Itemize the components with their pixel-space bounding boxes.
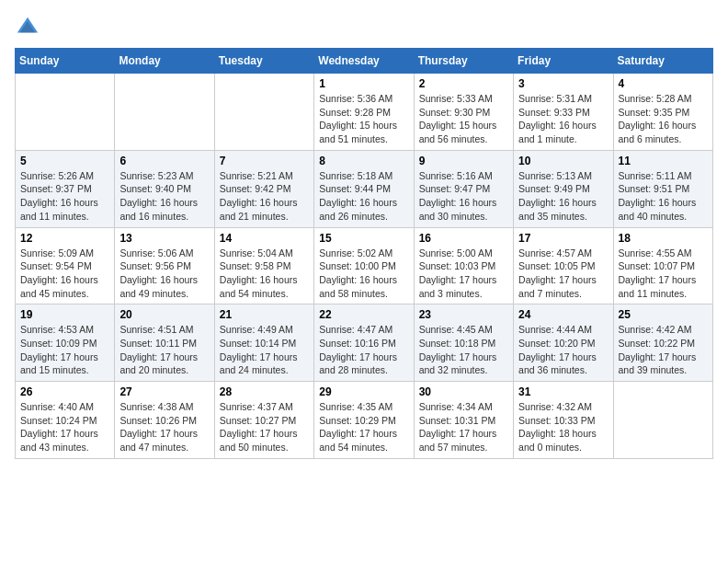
day-number: 10	[518, 155, 608, 167]
calendar-cell: 9Sunrise: 5:16 AM Sunset: 9:47 PM Daylig…	[414, 150, 513, 227]
weekday-header: Wednesday	[314, 49, 414, 74]
day-info: Sunrise: 4:44 AM Sunset: 10:20 PM Daylig…	[518, 323, 608, 377]
day-number: 18	[619, 232, 708, 245]
calendar-cell: 17Sunrise: 4:57 AM Sunset: 10:05 PM Dayl…	[514, 227, 613, 304]
day-info: Sunrise: 4:42 AM Sunset: 10:22 PM Daylig…	[619, 323, 708, 377]
calendar-cell: 11Sunrise: 5:11 AM Sunset: 9:51 PM Dayli…	[613, 150, 712, 227]
calendar-cell: 8Sunrise: 5:18 AM Sunset: 9:44 PM Daylig…	[314, 150, 414, 227]
day-info: Sunrise: 5:09 AM Sunset: 9:54 PM Dayligh…	[20, 247, 109, 301]
calendar-cell	[16, 74, 115, 151]
calendar-cell: 10Sunrise: 5:13 AM Sunset: 9:49 PM Dayli…	[514, 150, 613, 227]
calendar-cell: 24Sunrise: 4:44 AM Sunset: 10:20 PM Dayl…	[514, 304, 613, 382]
day-info: Sunrise: 4:47 AM Sunset: 10:16 PM Daylig…	[319, 323, 408, 377]
day-number: 12	[20, 232, 109, 245]
calendar-cell: 27Sunrise: 4:38 AM Sunset: 10:26 PM Dayl…	[115, 382, 214, 459]
day-number: 16	[419, 232, 508, 245]
day-info: Sunrise: 5:31 AM Sunset: 9:33 PM Dayligh…	[518, 92, 608, 146]
day-number: 22	[319, 308, 408, 321]
calendar-cell: 30Sunrise: 4:34 AM Sunset: 10:31 PM Dayl…	[414, 382, 513, 459]
calendar-cell: 19Sunrise: 4:53 AM Sunset: 10:09 PM Dayl…	[16, 304, 115, 382]
calendar-week-row: 26Sunrise: 4:40 AM Sunset: 10:24 PM Dayl…	[16, 382, 713, 459]
day-number: 23	[419, 308, 508, 321]
day-info: Sunrise: 5:28 AM Sunset: 9:35 PM Dayligh…	[619, 92, 708, 146]
calendar-cell: 25Sunrise: 4:42 AM Sunset: 10:22 PM Dayl…	[613, 304, 712, 382]
day-info: Sunrise: 4:37 AM Sunset: 10:27 PM Daylig…	[220, 400, 309, 454]
day-info: Sunrise: 5:18 AM Sunset: 9:44 PM Dayligh…	[319, 169, 408, 224]
calendar-cell: 7Sunrise: 5:21 AM Sunset: 9:42 PM Daylig…	[214, 150, 313, 227]
day-info: Sunrise: 5:00 AM Sunset: 10:03 PM Daylig…	[419, 247, 508, 301]
calendar-cell: 5Sunrise: 5:26 AM Sunset: 9:37 PM Daylig…	[16, 150, 115, 227]
day-number: 4	[619, 77, 708, 90]
day-info: Sunrise: 5:11 AM Sunset: 9:51 PM Dayligh…	[619, 169, 708, 224]
day-number: 11	[619, 155, 708, 167]
day-number: 6	[119, 155, 209, 167]
calendar-cell: 23Sunrise: 4:45 AM Sunset: 10:18 PM Dayl…	[414, 304, 513, 382]
calendar-cell: 16Sunrise: 5:00 AM Sunset: 10:03 PM Dayl…	[414, 227, 513, 304]
day-number: 25	[619, 308, 708, 321]
day-info: Sunrise: 4:57 AM Sunset: 10:05 PM Daylig…	[518, 247, 608, 301]
calendar-cell: 18Sunrise: 4:55 AM Sunset: 10:07 PM Dayl…	[613, 227, 712, 304]
day-info: Sunrise: 4:40 AM Sunset: 10:24 PM Daylig…	[20, 400, 109, 454]
weekday-header: Friday	[514, 49, 613, 74]
weekday-header-row: SundayMondayTuesdayWednesdayThursdayFrid…	[16, 49, 713, 74]
day-info: Sunrise: 5:16 AM Sunset: 9:47 PM Dayligh…	[419, 169, 508, 224]
day-number: 7	[220, 155, 309, 167]
weekday-header: Tuesday	[214, 49, 313, 74]
day-info: Sunrise: 5:21 AM Sunset: 9:42 PM Dayligh…	[220, 169, 309, 224]
day-info: Sunrise: 5:13 AM Sunset: 9:49 PM Dayligh…	[518, 169, 608, 224]
calendar-cell: 2Sunrise: 5:33 AM Sunset: 9:30 PM Daylig…	[414, 74, 513, 151]
day-number: 8	[319, 155, 408, 167]
calendar-cell: 1Sunrise: 5:36 AM Sunset: 9:28 PM Daylig…	[314, 74, 414, 151]
day-number: 30	[419, 385, 508, 398]
calendar-cell: 12Sunrise: 5:09 AM Sunset: 9:54 PM Dayli…	[16, 227, 115, 304]
calendar-cell: 4Sunrise: 5:28 AM Sunset: 9:35 PM Daylig…	[613, 74, 712, 151]
weekday-header: Thursday	[414, 49, 513, 74]
day-info: Sunrise: 4:51 AM Sunset: 10:11 PM Daylig…	[119, 323, 209, 377]
day-number: 15	[319, 232, 408, 245]
weekday-header: Saturday	[613, 49, 712, 74]
day-info: Sunrise: 4:53 AM Sunset: 10:09 PM Daylig…	[20, 323, 109, 377]
day-info: Sunrise: 4:32 AM Sunset: 10:33 PM Daylig…	[518, 400, 608, 454]
calendar-cell: 15Sunrise: 5:02 AM Sunset: 10:00 PM Dayl…	[314, 227, 414, 304]
day-number: 13	[119, 232, 209, 245]
calendar-week-row: 5Sunrise: 5:26 AM Sunset: 9:37 PM Daylig…	[16, 150, 713, 227]
calendar-cell: 3Sunrise: 5:31 AM Sunset: 9:33 PM Daylig…	[514, 74, 613, 151]
calendar-cell: 29Sunrise: 4:35 AM Sunset: 10:29 PM Dayl…	[314, 382, 414, 459]
day-number: 2	[419, 77, 508, 90]
day-info: Sunrise: 5:26 AM Sunset: 9:37 PM Dayligh…	[20, 169, 109, 224]
day-number: 1	[319, 77, 408, 90]
calendar-table: SundayMondayTuesdayWednesdayThursdayFrid…	[15, 48, 713, 459]
calendar-cell: 31Sunrise: 4:32 AM Sunset: 10:33 PM Dayl…	[514, 382, 613, 459]
day-number: 3	[518, 77, 608, 90]
calendar-week-row: 1Sunrise: 5:36 AM Sunset: 9:28 PM Daylig…	[16, 74, 713, 151]
calendar-week-row: 19Sunrise: 4:53 AM Sunset: 10:09 PM Dayl…	[16, 304, 713, 382]
day-number: 26	[20, 385, 109, 398]
day-info: Sunrise: 4:49 AM Sunset: 10:14 PM Daylig…	[220, 323, 309, 377]
day-number: 24	[518, 308, 608, 321]
calendar-cell	[115, 74, 214, 151]
day-number: 17	[518, 232, 608, 245]
day-number: 9	[419, 155, 508, 167]
day-info: Sunrise: 4:45 AM Sunset: 10:18 PM Daylig…	[419, 323, 508, 377]
day-info: Sunrise: 5:02 AM Sunset: 10:00 PM Daylig…	[319, 247, 408, 301]
calendar-cell: 28Sunrise: 4:37 AM Sunset: 10:27 PM Dayl…	[214, 382, 313, 459]
calendar-cell	[214, 74, 313, 151]
day-info: Sunrise: 4:34 AM Sunset: 10:31 PM Daylig…	[419, 400, 508, 454]
calendar-cell: 14Sunrise: 5:04 AM Sunset: 9:58 PM Dayli…	[214, 227, 313, 304]
day-number: 29	[319, 385, 408, 398]
day-number: 14	[220, 232, 309, 245]
day-number: 5	[20, 155, 109, 167]
day-info: Sunrise: 5:06 AM Sunset: 9:56 PM Dayligh…	[119, 247, 209, 301]
logo-icon	[15, 15, 40, 40]
calendar-cell: 21Sunrise: 4:49 AM Sunset: 10:14 PM Dayl…	[214, 304, 313, 382]
calendar-cell: 20Sunrise: 4:51 AM Sunset: 10:11 PM Dayl…	[115, 304, 214, 382]
day-number: 20	[119, 308, 209, 321]
weekday-header: Monday	[115, 49, 214, 74]
day-info: Sunrise: 4:55 AM Sunset: 10:07 PM Daylig…	[619, 247, 708, 301]
day-number: 28	[220, 385, 309, 398]
day-number: 27	[119, 385, 209, 398]
page-header	[15, 15, 713, 40]
calendar-cell: 6Sunrise: 5:23 AM Sunset: 9:40 PM Daylig…	[115, 150, 214, 227]
calendar-week-row: 12Sunrise: 5:09 AM Sunset: 9:54 PM Dayli…	[16, 227, 713, 304]
weekday-header: Sunday	[16, 49, 115, 74]
